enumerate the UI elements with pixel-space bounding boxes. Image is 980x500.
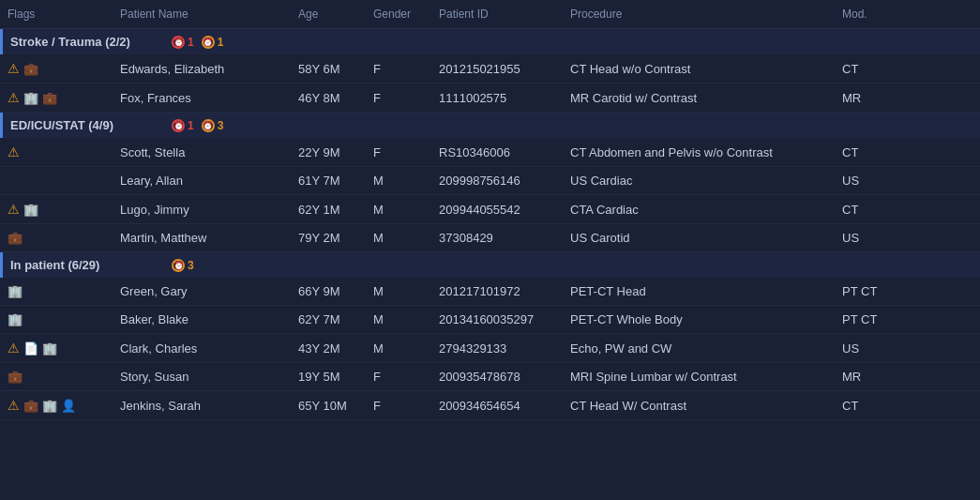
badge-orange-icon: ⏰ <box>202 36 215 49</box>
table-row[interactable]: 🏢 Baker, Blake 62Y 7M M 20134160035297 P… <box>0 306 980 334</box>
cell-procedure: PET-CT Whole Body <box>563 312 835 326</box>
cell-age: 66Y 9M <box>291 284 366 298</box>
warning-icon: ⚠ <box>8 341 20 356</box>
cell-pid: 2794329133 <box>431 341 563 356</box>
cell-flags: ⚠ <box>0 144 113 159</box>
cell-mod: MR <box>835 91 891 105</box>
cell-name: Lugo, Jimmy <box>113 203 291 217</box>
building-icon: 🏢 <box>42 341 57 356</box>
warning-icon: ⚠ <box>8 144 20 159</box>
building-icon: 🏢 <box>23 203 38 217</box>
briefcase-icon: 💼 <box>8 370 23 384</box>
table-body: Stroke / Trauma (2/2) ⏰ 1 ⏰ 1 ⚠💼 Edwards… <box>0 29 980 420</box>
warning-icon: ⚠ <box>8 90 20 105</box>
cell-procedure: CT Abdomen and Pelvis w/o Contrast <box>563 145 835 159</box>
warning-icon: ⚠ <box>8 61 20 76</box>
cell-flags: 🏢 <box>0 312 113 326</box>
cell-age: 62Y 7M <box>291 312 366 326</box>
cell-name: Scott, Stella <box>113 145 291 159</box>
cell-gender: M <box>366 203 431 217</box>
table-row[interactable]: Leary, Allan 61Y 7M M 209998756146 US Ca… <box>0 167 980 195</box>
cell-mod: CT <box>835 145 891 159</box>
cell-pid: 209998756146 <box>431 174 563 188</box>
cell-procedure: CT Head w/o Contrast <box>563 62 835 76</box>
cell-age: 43Y 2M <box>291 341 366 356</box>
cell-flags: ⚠💼 <box>0 61 113 76</box>
cell-pid: 209944055542 <box>431 203 563 217</box>
cell-pid: 200935478678 <box>431 370 563 384</box>
cell-name: Martin, Matthew <box>113 231 291 245</box>
building-icon: 🏢 <box>42 399 57 413</box>
table-row[interactable]: ⚠🏢 Lugo, Jimmy 62Y 1M M 209944055542 CTA… <box>0 195 980 224</box>
cell-flags: 💼 <box>0 370 113 384</box>
cell-gender: M <box>366 312 431 326</box>
person-icon: 👤 <box>61 399 76 413</box>
table-row[interactable]: 💼 Martin, Matthew 79Y 2M M 37308429 US C… <box>0 224 980 252</box>
cell-name: Fox, Frances <box>113 91 291 105</box>
cell-gender: F <box>366 399 431 413</box>
cell-procedure: CT Head W/ Contrast <box>563 399 835 413</box>
cell-age: 65Y 10M <box>291 399 366 413</box>
warning-icon: ⚠ <box>8 202 20 217</box>
table-row[interactable]: ⚠ Scott, Stella 22Y 9M F RS10346006 CT A… <box>0 138 980 167</box>
cell-mod: CT <box>835 62 891 76</box>
cell-mod: CT <box>835 399 891 413</box>
cell-pid: 1111002575 <box>431 91 563 105</box>
cell-flags: 🏢 <box>0 284 113 298</box>
table-row[interactable]: ⚠🏢💼 Fox, Frances 46Y 8M F 1111002575 MR … <box>0 83 980 113</box>
cell-flags: ⚠🏢 <box>0 202 113 217</box>
table-row[interactable]: ⚠📄🏢 Clark, Charles 43Y 2M M 2794329133 E… <box>0 334 980 363</box>
cell-pid: 201215021955 <box>431 62 563 76</box>
briefcase-icon: 💼 <box>8 231 23 245</box>
header-gender: Gender <box>366 8 431 21</box>
cell-mod: MR <box>835 370 891 384</box>
cell-age: 22Y 9M <box>291 145 366 159</box>
badge-red: ⏰ 1 <box>172 119 194 132</box>
cell-gender: F <box>366 145 431 159</box>
cell-name: Green, Gary <box>113 284 291 298</box>
cell-name: Clark, Charles <box>113 341 291 356</box>
group-label: In patient (6/29) <box>10 258 160 272</box>
warning-icon: ⚠ <box>8 398 20 413</box>
cell-pid: RS10346006 <box>431 145 563 159</box>
cell-procedure: MR Carotid w/ Contrast <box>563 91 835 105</box>
group-row-ed-icu-stat[interactable]: ED/ICU/STAT (4/9) ⏰ 1 ⏰ 3 <box>0 113 980 138</box>
cell-name: Jenkins, Sarah <box>113 399 291 413</box>
cell-procedure: US Cardiac <box>563 174 835 188</box>
cell-gender: F <box>366 62 431 76</box>
cell-age: 19Y 5M <box>291 370 366 384</box>
cell-procedure: US Carotid <box>563 231 835 245</box>
briefcase-icon: 💼 <box>23 399 38 413</box>
cell-age: 79Y 2M <box>291 231 366 245</box>
cell-mod: CT <box>835 203 891 217</box>
cell-procedure: MRI Spine Lumbar w/ Contrast <box>563 370 835 384</box>
cell-mod: US <box>835 341 891 356</box>
table-row[interactable]: 🏢 Green, Gary 66Y 9M M 201217101972 PET-… <box>0 278 980 306</box>
cell-pid: 20134160035297 <box>431 312 563 326</box>
badge-orange-icon: ⏰ <box>172 259 185 272</box>
table-header: Flags Patient Name Age Gender Patient ID… <box>0 0 980 29</box>
table-row[interactable]: ⚠💼 Edwards, Elizabeth 58Y 6M F 201215021… <box>0 54 980 83</box>
group-label: ED/ICU/STAT (4/9) <box>10 118 160 132</box>
group-row-stroke-trauma[interactable]: Stroke / Trauma (2/2) ⏰ 1 ⏰ 1 <box>0 29 980 54</box>
badge-orange: ⏰ 3 <box>202 119 224 132</box>
cell-gender: F <box>366 370 431 384</box>
cell-procedure: CTA Cardiac <box>563 203 835 217</box>
cell-name: Baker, Blake <box>113 312 291 326</box>
cell-mod: PT CT <box>835 312 891 326</box>
table-row[interactable]: ⚠💼🏢👤 Jenkins, Sarah 65Y 10M F 2009346546… <box>0 391 980 420</box>
cell-procedure: PET-CT Head <box>563 284 835 298</box>
badge-red: ⏰ 1 <box>172 36 194 49</box>
group-row-in-patient[interactable]: In patient (6/29) ⏰ 3 <box>0 252 980 278</box>
cell-flags: ⚠💼🏢👤 <box>0 398 113 413</box>
group-label: Stroke / Trauma (2/2) <box>10 35 160 49</box>
cell-mod: US <box>835 174 891 188</box>
cell-name: Edwards, Elizabeth <box>113 62 291 76</box>
badge-red-icon: ⏰ <box>172 36 185 49</box>
header-flags: Flags <box>0 8 113 21</box>
table-row[interactable]: 💼 Story, Susan 19Y 5M F 200935478678 MRI… <box>0 363 980 391</box>
cell-gender: M <box>366 341 431 356</box>
cell-pid: 37308429 <box>431 231 563 245</box>
header-pid: Patient ID <box>431 8 563 21</box>
building-icon: 🏢 <box>23 91 38 105</box>
